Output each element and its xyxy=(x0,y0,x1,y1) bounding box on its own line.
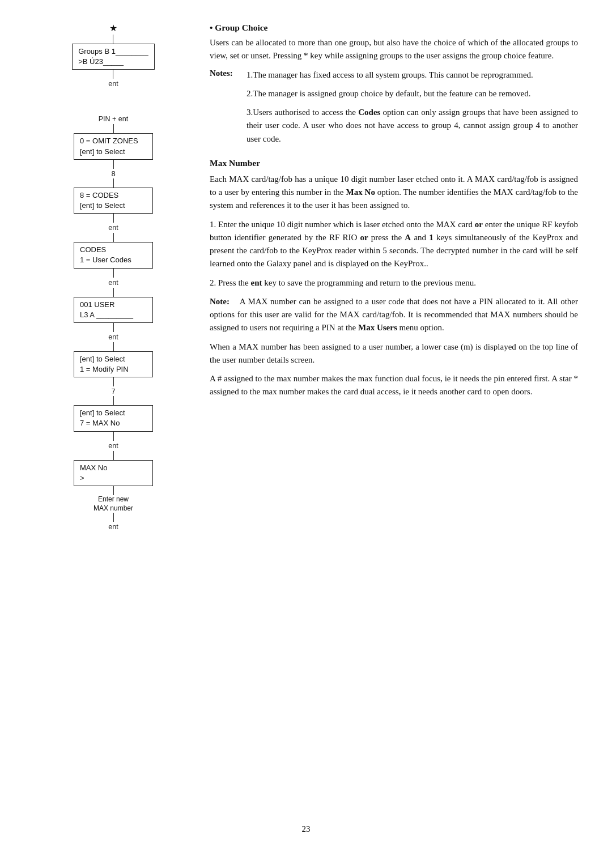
right-column: • Group Choice Users can be allocated to… xyxy=(198,23,578,807)
group-choice-para1: Users can be allocated to more than one … xyxy=(210,36,578,63)
line-k xyxy=(113,396,114,405)
note-2-text: 2.The manager is assigned group choice b… xyxy=(246,87,578,100)
sel-mod-line2: 1 = Modify PIN xyxy=(80,365,129,373)
group-choice-title: • Group Choice xyxy=(210,23,578,33)
group-choice-section: • Group Choice Users can be allocated to… xyxy=(210,23,578,146)
omit-line1: 0 = OMIT ZONES xyxy=(80,137,138,145)
left-column: ★ Groups B 1________ >B Ú23_____ ent PIN… xyxy=(34,23,198,807)
note-3-text: 3.Users authorised to access the Codes o… xyxy=(246,106,578,146)
codes-line2: [ent] to Select xyxy=(80,201,125,210)
max-number-sublabel: MAX number xyxy=(94,504,133,512)
user-line2: L3 A _________ xyxy=(80,310,133,319)
para2-mid3: and xyxy=(411,233,429,242)
note3-bold: Codes xyxy=(358,108,380,117)
line-2 xyxy=(113,70,113,79)
codes-box: 8 = CODES [ent] to Select xyxy=(74,188,153,214)
note-text-bold: Max Users xyxy=(358,323,397,332)
pin-ent-label: PIN + ent xyxy=(99,115,128,123)
line-1 xyxy=(113,35,113,44)
line-j xyxy=(113,377,114,386)
para2-bold1: or xyxy=(475,220,483,229)
enter-new-label: Enter new xyxy=(98,495,129,503)
ent-label-2: ent xyxy=(108,224,118,232)
star-symbol: ★ xyxy=(109,23,117,33)
max-number-para5: A # assigned to the max number makes the… xyxy=(210,372,578,399)
line-o xyxy=(113,513,114,522)
user-box: 001 USER L3 A _________ xyxy=(74,297,153,323)
ent-label-1: ent xyxy=(108,80,118,88)
note-1-text: 1.The manager has fixed access to all sy… xyxy=(246,69,533,82)
codes-uc-line2: 1 = User Codes xyxy=(80,256,131,264)
line-n xyxy=(113,486,114,495)
notes-label: Notes: xyxy=(210,69,246,82)
groups-box: Groups B 1________ >B Ú23_____ xyxy=(72,44,155,70)
codes-usercodes-box: CODES 1 = User Codes xyxy=(74,242,153,268)
ent-label-6: ent xyxy=(108,523,118,531)
notes-row-1: Notes: 1.The manager has fixed access to… xyxy=(210,69,578,82)
ent-label-3: ent xyxy=(108,279,118,287)
maxno-box: MAX No > xyxy=(74,460,153,486)
line-e xyxy=(113,233,114,242)
sel-mod-line1: [ent] to Select xyxy=(80,355,125,363)
select-maxno-box: [ent] to Select 7 = MAX No xyxy=(74,405,153,431)
notes-section: Notes: 1.The manager has fixed access to… xyxy=(210,69,578,146)
line-i xyxy=(113,342,114,351)
para3-bold: ent xyxy=(251,278,262,287)
para3-start: 2. Press the xyxy=(210,278,251,287)
codes-uc-line1: CODES xyxy=(80,245,106,254)
line-c xyxy=(113,178,114,188)
line-h xyxy=(113,323,114,332)
number-8: 8 xyxy=(111,169,115,178)
max-number-para3: 2. Press the ent key to save the program… xyxy=(210,276,578,290)
max-number-title: Max Number xyxy=(210,158,578,168)
para2-start: 1. Enter the unique 10 digit number whic… xyxy=(210,220,475,229)
note3-start: 3.Users authorised to access the xyxy=(246,108,358,117)
line-b xyxy=(113,160,114,169)
page-number: 23 xyxy=(34,824,578,834)
sel-maxno-line2: 7 = MAX No xyxy=(80,419,120,427)
max-number-para4: When a MAX number has been assigned to a… xyxy=(210,341,578,367)
line-a xyxy=(113,124,114,133)
para3-end: key to save the programming and return t… xyxy=(262,278,476,287)
para2-mid2: press the xyxy=(368,233,405,242)
line-l xyxy=(113,432,114,441)
max-number-para1: Each MAX card/tag/fob has a unique 10 di… xyxy=(210,173,578,212)
sel-maxno-line1: [ent] to Select xyxy=(80,409,125,417)
para2-bold4: 1 xyxy=(429,233,434,242)
ent-label-4: ent xyxy=(108,333,118,341)
line-f xyxy=(113,269,114,278)
para2-bold2: or xyxy=(360,233,368,242)
codes-line1: 8 = CODES xyxy=(80,191,118,199)
omit-line2: [ent] to Select xyxy=(80,147,125,156)
page: ★ Groups B 1________ >B Ú23_____ ent PIN… xyxy=(0,0,612,868)
line-m xyxy=(113,451,114,460)
user-line1: 001 USER xyxy=(80,300,114,309)
maxno-line2: > xyxy=(80,474,84,482)
top-diagram: ★ Groups B 1________ >B Ú23_____ ent xyxy=(72,23,155,89)
groups-box-line1: Groups B 1________ xyxy=(78,47,148,56)
para1-bold: Max No xyxy=(346,188,375,197)
select-modify-box: [ent] to Select 1 = Modify PIN xyxy=(74,351,153,377)
enter-max-label: Enter new MAX number xyxy=(94,495,133,513)
max-number-para2: 1. Enter the unique 10 digit number whic… xyxy=(210,218,578,271)
max-number-note: Note: A MAX number can be assigned to a … xyxy=(210,295,578,335)
note-text-end: menu option. xyxy=(397,323,444,332)
line-g xyxy=(113,288,114,297)
max-number-section: Max Number Each MAX card/tag/fob has a u… xyxy=(210,158,578,399)
content-area: ★ Groups B 1________ >B Ú23_____ ent PIN… xyxy=(34,23,578,807)
ent-label-5: ent xyxy=(108,442,118,450)
number-7: 7 xyxy=(111,387,115,395)
note-label: Note: xyxy=(210,297,230,306)
para2-bold3: A xyxy=(405,233,411,242)
groups-box-line2: >B Ú23_____ xyxy=(78,57,124,66)
omit-zones-box: 0 = OMIT ZONES [ent] to Select xyxy=(74,133,153,159)
line-d xyxy=(113,214,114,223)
bottom-diagram: PIN + ent 0 = OMIT ZONES [ent] to Select… xyxy=(74,114,153,532)
maxno-line1: MAX No xyxy=(80,463,107,472)
